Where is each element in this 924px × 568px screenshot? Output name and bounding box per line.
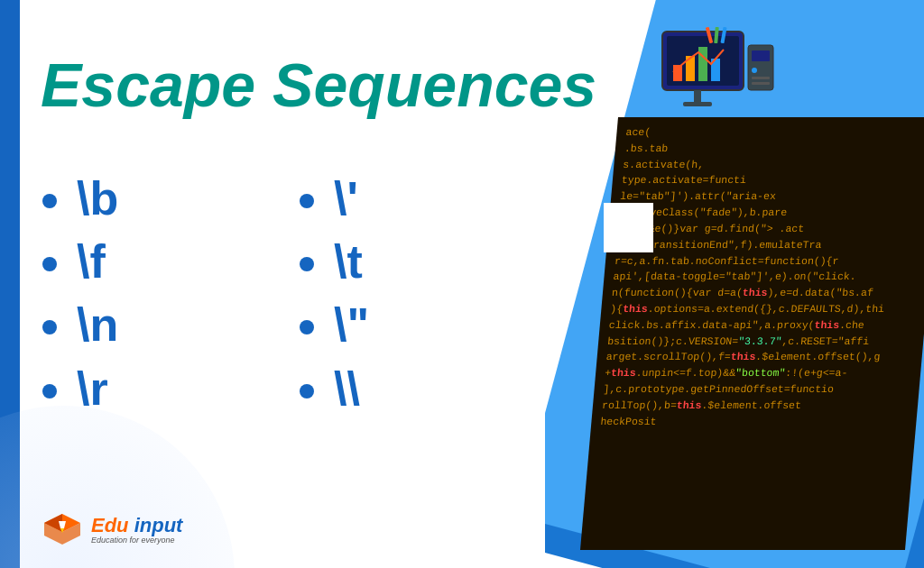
escape-list-right: \' \t \" \\ (307, 167, 369, 420)
logo-icon (41, 508, 84, 552)
list-item: \n (77, 293, 118, 356)
list-item: \" (334, 293, 369, 356)
svg-rect-7 (683, 102, 712, 106)
code-overlay: ace(.bs.tabs.activate(h,type.activate=fu… (580, 117, 924, 550)
white-square-decoration (604, 203, 653, 252)
list-item: \b (77, 167, 118, 230)
monitor-icon (653, 27, 780, 126)
logo: Edu input Education for everyone (41, 508, 182, 552)
logo-tagline: Education for everyone (91, 536, 182, 545)
list-item: \' (334, 167, 369, 230)
monitor-icon-area (653, 27, 780, 126)
escape-list-left: \b \f \n \r (50, 167, 118, 420)
svg-rect-6 (694, 90, 701, 104)
list-item: \\ (334, 357, 369, 420)
svg-rect-11 (752, 77, 770, 79)
logo-input-text: input (134, 514, 183, 536)
list-item: \r (77, 357, 118, 420)
svg-rect-9 (752, 50, 770, 61)
list-item: \t (334, 230, 369, 293)
logo-text: Edu input Education for everyone (91, 516, 182, 545)
logo-brand: Edu input (91, 516, 182, 536)
svg-rect-4 (698, 47, 707, 81)
right-decoration: ace(.bs.tabs.activate(h,type.activate=fu… (545, 0, 924, 568)
main-container: Escape Sequences \b \f \n \r \' \t \" \\ (0, 0, 924, 568)
page-title: Escape Sequences (41, 50, 596, 120)
logo-edu-text: Edu (91, 514, 129, 536)
svg-point-10 (752, 68, 757, 73)
list-item: \f (77, 230, 118, 293)
svg-rect-12 (752, 82, 770, 85)
